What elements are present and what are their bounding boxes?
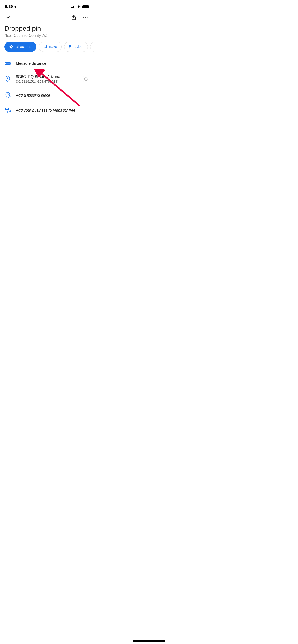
add-place-icon [4,92,11,98]
save-button[interactable]: Save [39,42,62,52]
status-icons [71,5,89,8]
place-title: Dropped pin [4,24,89,32]
add-missing-place-title: Add a missing place [16,93,89,98]
flag-icon [69,44,72,49]
svg-point-13 [7,78,9,79]
add-business-content: Add your business to Maps for free [16,108,89,112]
more-button[interactable] [82,16,89,19]
share-action-button[interactable]: Sh [90,42,94,52]
chevron-down-icon [5,16,11,19]
location-arrow-icon [14,5,17,8]
action-buttons-row: Directions Save Label Sh [0,42,94,56]
measure-distance-title: Measure distance [16,61,89,66]
wifi-icon [77,5,81,8]
save-label: Save [49,44,57,49]
svg-point-4 [87,17,88,18]
status-time: 6:30 [5,4,17,9]
label-button[interactable]: Label [64,42,88,52]
svg-point-16 [7,94,9,95]
info-button[interactable]: i [83,76,89,82]
measure-distance-content: Measure distance [16,61,89,66]
add-business-icon [4,107,11,114]
add-business-item[interactable]: Add your business to Maps for free [0,103,94,118]
status-bar: 6:30 [0,0,94,12]
share-icon [71,14,76,20]
directions-button[interactable]: Directions [4,42,36,52]
battery-icon [82,5,89,8]
location-pin-icon [4,76,11,82]
place-subtitle: Near Cochise County, AZ [4,34,89,38]
add-missing-place-content: Add a missing place [16,93,89,98]
title-section: Dropped pin Near Cochise County, AZ [0,23,94,42]
svg-rect-19 [5,110,9,113]
directions-icon [9,44,14,49]
coordinates-subtitle: (32.3118251, -109.4780319) [16,80,78,84]
svg-point-2 [83,17,84,18]
location-code-content: 8G6C+PQ Bowie, Arizona (32.3118251, -109… [16,75,78,84]
svg-text:i: i [86,78,86,80]
collapse-button[interactable] [4,14,12,20]
time-display: 6:30 [5,4,13,9]
more-icon [83,16,88,18]
header-nav [0,12,94,23]
directions-label: Directions [15,44,32,49]
share-button[interactable] [70,14,77,21]
add-business-title: Add your business to Maps for free [16,108,89,112]
add-missing-place-item[interactable]: Add a missing place [0,88,94,103]
measure-distance-item[interactable]: Measure distance [0,57,94,70]
plus-code-title: 8G6C+PQ Bowie, Arizona [16,75,78,79]
signal-icon [71,5,75,8]
measure-icon [4,61,11,66]
header-actions [70,14,89,21]
bookmark-icon [43,44,47,49]
label-label: Label [74,44,83,49]
location-code-item[interactable]: 8G6C+PQ Bowie, Arizona (32.3118251, -109… [0,70,94,88]
svg-point-3 [85,17,86,18]
